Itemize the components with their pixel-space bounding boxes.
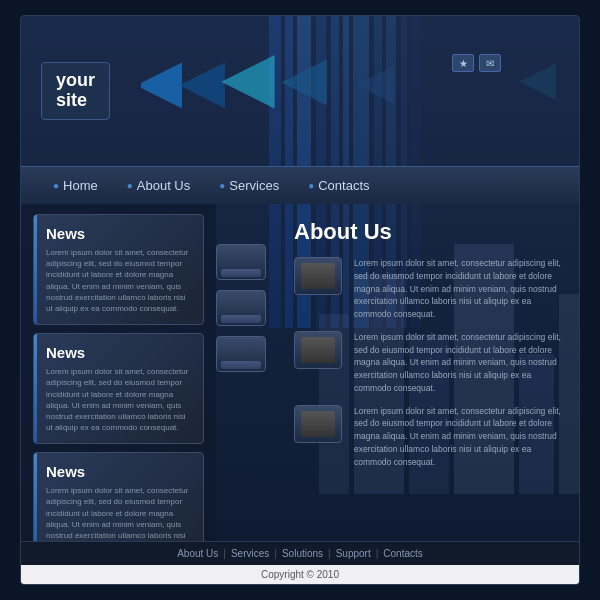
star-icon: ★ <box>459 58 468 69</box>
about-icon-inner-2 <box>301 337 335 363</box>
about-paragraph-2: Lorem ipsum dolor sit amet, consectetur … <box>354 331 561 395</box>
nav-about[interactable]: ● About Us <box>115 172 203 199</box>
arrow-dec-5: ◀ <box>356 56 394 106</box>
nav-services[interactable]: ● Services <box>207 172 291 199</box>
about-section-1: Lorem ipsum dolor sit amet, consectetur … <box>294 257 561 321</box>
news-title-3: News <box>46 463 191 480</box>
footer-link-contacts[interactable]: Contacts <box>383 548 422 559</box>
arrow-dec-2: ◀ <box>179 51 225 111</box>
news-item-1: News Lorem ipsum dolor sit amet, consect… <box>33 214 204 325</box>
mid-button-3[interactable] <box>216 336 266 372</box>
logo-line1: your <box>56 71 95 91</box>
news-title-1: News <box>46 225 191 242</box>
about-icon-1 <box>294 257 342 295</box>
nav-contacts-label: Contacts <box>318 178 369 193</box>
main-content: News Lorem ipsum dolor sit amet, consect… <box>21 204 579 541</box>
content-inner: About Us Lorem ipsum dolor sit amet, con… <box>294 219 561 468</box>
navbar: ● Home ● About Us ● Services ● Contacts <box>21 166 579 204</box>
about-section-3: Lorem ipsum dolor sit amet, consectetur … <box>294 405 561 469</box>
news-text-1: Lorem ipsum dolor sit amet, consectetur … <box>46 247 191 314</box>
nav-home[interactable]: ● Home <box>41 172 110 199</box>
nav-home-bullet: ● <box>53 180 59 191</box>
about-icon-inner-1 <box>301 263 335 289</box>
star-icon-box: ★ <box>452 54 474 72</box>
footer-sep-2: | <box>274 548 277 559</box>
nav-home-label: Home <box>63 178 98 193</box>
header: your site ◀ ◀ ◀ ◀ ◀ ◀ <box>21 16 579 166</box>
nav-about-bullet: ● <box>127 180 133 191</box>
about-icon-2 <box>294 331 342 369</box>
footer-link-support[interactable]: Support <box>336 548 371 559</box>
footer-sep-4: | <box>376 548 379 559</box>
news-text-3: Lorem ipsum dolor sit amet, consectetur … <box>46 485 191 541</box>
footer-sep-1: | <box>223 548 226 559</box>
arrows-area: ◀ ◀ ◀ ◀ ◀ ◀ ★ ✉ <box>141 36 561 166</box>
icon-area: ★ ✉ <box>452 54 501 72</box>
footer-sep-3: | <box>328 548 331 559</box>
footer-link-services[interactable]: Services <box>231 548 269 559</box>
about-title: About Us <box>294 219 561 245</box>
arrow-dec-3: ◀ <box>221 41 275 111</box>
logo-text: your site <box>56 71 95 111</box>
middle-col <box>216 204 276 541</box>
logo-line2: site <box>56 91 95 111</box>
footer-link-about[interactable]: About Us <box>177 548 218 559</box>
about-icon-inner-3 <box>301 411 335 437</box>
nav-services-bullet: ● <box>219 180 225 191</box>
envelope-icon-box: ✉ <box>479 54 501 72</box>
about-paragraph-1: Lorem ipsum dolor sit amet, consectetur … <box>354 257 561 321</box>
copyright-text: Copyright © 2010 <box>261 569 339 580</box>
nav-contacts[interactable]: ● Contacts <box>296 172 381 199</box>
logo-area: your site <box>41 62 110 120</box>
footer-nav: About Us | Services | Solutions | Suppor… <box>21 541 579 565</box>
news-item-3: News Lorem ipsum dolor sit amet, consect… <box>33 452 204 541</box>
news-title-2: News <box>46 344 191 361</box>
news-text-2: Lorem ipsum dolor sit amet, consectetur … <box>46 366 191 433</box>
about-paragraph-3: Lorem ipsum dolor sit amet, consectetur … <box>354 405 561 469</box>
news-item-2: News Lorem ipsum dolor sit amet, consect… <box>33 333 204 444</box>
footer-link-solutions[interactable]: Solutions <box>282 548 323 559</box>
arrow-dec-4: ◀ <box>281 48 327 108</box>
nav-services-label: Services <box>229 178 279 193</box>
arrow-dec-6: ◀ <box>519 54 556 102</box>
nav-about-label: About Us <box>137 178 190 193</box>
content-area: About Us Lorem ipsum dolor sit amet, con… <box>276 204 579 541</box>
sidebar: News Lorem ipsum dolor sit amet, consect… <box>21 204 216 541</box>
copyright-bar: Copyright © 2010 <box>21 565 579 584</box>
about-icon-3 <box>294 405 342 443</box>
arrow-dec-1: ◀ <box>141 51 182 111</box>
about-section-2: Lorem ipsum dolor sit amet, consectetur … <box>294 331 561 395</box>
main-window: your site ◀ ◀ ◀ ◀ ◀ ◀ <box>20 15 580 585</box>
mid-button-2[interactable] <box>216 290 266 326</box>
nav-contacts-bullet: ● <box>308 180 314 191</box>
mid-button-1[interactable] <box>216 244 266 280</box>
logo-box: your site <box>41 62 110 120</box>
envelope-icon: ✉ <box>486 58 494 69</box>
